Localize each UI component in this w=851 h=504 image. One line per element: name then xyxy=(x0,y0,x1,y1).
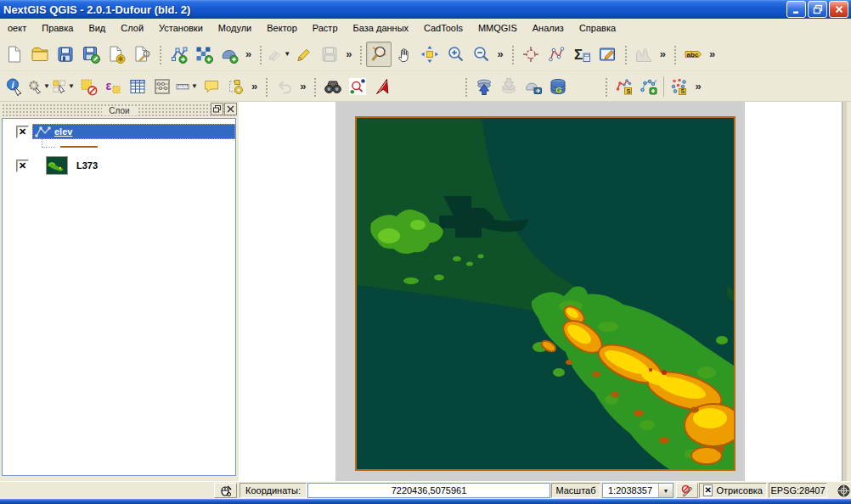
map-tips-button[interactable] xyxy=(199,75,223,98)
toolbar-handle[interactable] xyxy=(510,44,515,64)
scale-dropdown-button[interactable]: ▼ xyxy=(658,484,673,497)
minimize-button[interactable] xyxy=(786,1,806,18)
select-by-expression-button[interactable]: ε xyxy=(100,75,125,98)
menu-item-1[interactable]: Правка xyxy=(34,20,81,36)
toolbar-overflow-button[interactable]: » xyxy=(242,48,255,60)
menu-item-8[interactable]: База данных xyxy=(346,20,417,36)
statistics-button[interactable]: Σ xyxy=(569,42,595,67)
toolbar-handle[interactable] xyxy=(464,76,468,97)
toolbar-overflow-button[interactable]: » xyxy=(706,48,719,60)
menu-item-4[interactable]: Установки xyxy=(151,20,211,36)
menu-item-3[interactable]: Слой xyxy=(113,20,151,36)
toolbar-handle[interactable] xyxy=(158,44,162,64)
select-features-button[interactable]: ▼ xyxy=(51,75,76,98)
open-project-button[interactable] xyxy=(27,42,53,67)
layer-row-l373[interactable]: ✕ L373 xyxy=(3,156,235,175)
render-toggle[interactable]: ✕ Отрисовка xyxy=(699,483,767,498)
toolbar-overflow-button[interactable]: » xyxy=(248,80,261,92)
toolbar-handle[interactable] xyxy=(604,76,608,97)
coordinates-input[interactable]: 7220436,5075961 xyxy=(307,483,550,498)
line-symbol-swatch[interactable] xyxy=(60,146,98,148)
toggle-editing-button[interactable] xyxy=(291,42,317,67)
save-project-button[interactable] xyxy=(53,42,78,67)
db-manager-button[interactable]: G xyxy=(545,75,570,98)
run-feature-action-button[interactable]: ▼ xyxy=(26,75,51,98)
toggle-extents-button[interactable] xyxy=(214,483,237,498)
db-import-layer-button[interactable] xyxy=(471,75,496,98)
azimuth-distance-button[interactable] xyxy=(369,75,394,98)
toolbar-handle[interactable] xyxy=(673,44,677,64)
snapping-options-button[interactable] xyxy=(518,42,544,67)
points-to-path-button[interactable]: S xyxy=(611,75,636,98)
toolbar-handle[interactable] xyxy=(623,44,628,64)
panel-float-button[interactable] xyxy=(211,103,223,115)
menu-item-7[interactable]: Растр xyxy=(305,20,346,36)
scale-combobox[interactable]: 1:2038357 ▼ xyxy=(602,483,673,498)
menu-item-9[interactable]: CadTools xyxy=(416,20,471,36)
toolbar-overflow-button[interactable]: » xyxy=(296,80,309,92)
menu-item-0[interactable]: оект xyxy=(0,20,34,36)
create-points-button[interactable] xyxy=(636,75,661,98)
layer-row-elev[interactable]: ✕ elev xyxy=(3,124,235,139)
measure-vector-button[interactable] xyxy=(544,42,569,67)
annotation-button[interactable] xyxy=(595,42,620,67)
chevron-down-icon[interactable]: ▼ xyxy=(68,83,75,90)
zoom-in-icon xyxy=(446,45,465,64)
menu-item-6[interactable]: Вектор xyxy=(259,20,305,36)
scatter-points-button[interactable]: S xyxy=(667,75,691,98)
identify-features-button[interactable]: i xyxy=(2,75,26,98)
toolbar-overflow-button[interactable]: » xyxy=(657,48,669,60)
postgis-export-button[interactable] xyxy=(521,75,545,98)
add-raster-layer-button[interactable] xyxy=(191,42,217,67)
deselect-features-button[interactable] xyxy=(76,75,100,98)
panel-close-button[interactable] xyxy=(224,103,237,115)
crs-status-button[interactable] xyxy=(836,483,851,498)
chevron-down-icon[interactable]: ▼ xyxy=(284,51,290,58)
menu-item-12[interactable]: Справка xyxy=(572,20,623,36)
nodes-s-icon: S xyxy=(615,77,634,96)
layer-elev-checkbox[interactable]: ✕ xyxy=(16,126,29,138)
toolbar-handle[interactable] xyxy=(264,76,268,97)
menu-item-5[interactable]: Модули xyxy=(211,20,259,36)
chevron-down-icon[interactable]: ▼ xyxy=(191,83,198,90)
menu-item-11[interactable]: Анализ xyxy=(525,20,572,36)
layer-elev-selected[interactable]: elev xyxy=(32,124,235,139)
map-canvas[interactable] xyxy=(239,102,847,481)
title-bar[interactable]: NextGIS QGIS - 2.0.1-Dufour (bld. 2) xyxy=(0,0,851,19)
measure-line-button[interactable]: ▼ xyxy=(174,75,199,98)
layer-l373-checkbox[interactable]: ✕ xyxy=(16,160,29,172)
new-project-button[interactable] xyxy=(2,42,27,67)
pan-to-selection-button[interactable] xyxy=(417,42,442,67)
toolbar-handle[interactable] xyxy=(258,44,262,64)
toolbar-overflow-button[interactable]: » xyxy=(493,48,506,60)
toolbar-overflow-button[interactable]: » xyxy=(342,48,355,60)
toolbar-handle[interactable] xyxy=(313,76,317,97)
add-postgis-layer-button[interactable] xyxy=(217,42,242,67)
menu-item-10[interactable]: MMQGIS xyxy=(471,20,525,36)
zoom-out-button[interactable] xyxy=(468,42,493,67)
new-bookmark-button[interactable] xyxy=(223,75,248,98)
zoom-in-button[interactable] xyxy=(442,42,468,67)
restore-button[interactable] xyxy=(808,1,827,18)
save-project-as-button[interactable] xyxy=(78,42,104,67)
new-composer-button[interactable] xyxy=(104,42,129,67)
composer-manager-button[interactable] xyxy=(129,42,155,67)
touch-zoom-button[interactable] xyxy=(366,42,392,67)
pan-map-button[interactable] xyxy=(392,42,417,67)
labeling-button[interactable]: abc xyxy=(680,42,706,67)
zoom-to-point-button[interactable] xyxy=(345,75,369,98)
menu-item-2[interactable]: Вид xyxy=(81,20,113,36)
chevron-down-icon[interactable]: ▼ xyxy=(43,83,50,90)
stop-render-button[interactable] xyxy=(676,483,698,498)
projector-globe-icon xyxy=(837,484,850,497)
open-attribute-table-button[interactable] xyxy=(125,75,149,98)
metasearch-button[interactable] xyxy=(320,75,345,98)
dots-s-icon: S xyxy=(670,77,689,96)
layers-panel-titlebar[interactable]: Слои xyxy=(2,104,237,117)
add-vector-layer-button[interactable] xyxy=(166,42,191,67)
render-checkbox[interactable]: ✕ xyxy=(703,484,713,496)
toolbar-overflow-button[interactable]: » xyxy=(691,80,704,92)
close-button[interactable] xyxy=(829,1,848,18)
toolbar-handle[interactable] xyxy=(358,44,363,64)
field-calculator-button[interactable] xyxy=(149,75,174,98)
